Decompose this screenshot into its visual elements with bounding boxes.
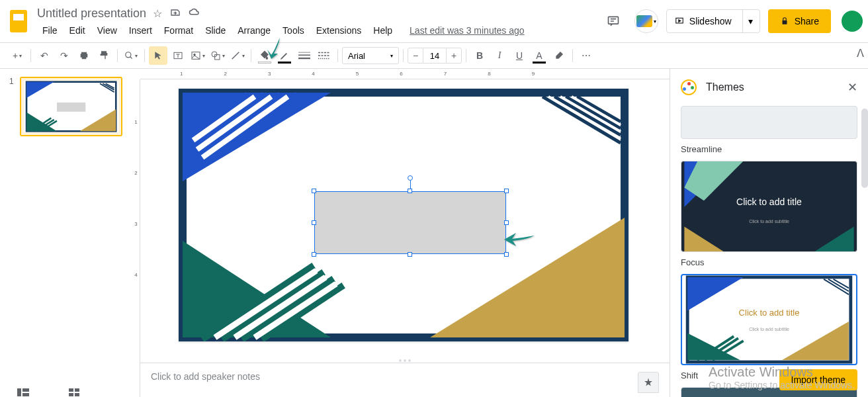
font-size-decrease[interactable]: − (408, 48, 423, 64)
theme-preview-partial[interactable] (681, 106, 857, 139)
svg-rect-20 (17, 388, 21, 396)
svg-rect-0 (608, 17, 618, 24)
slideshow-button[interactable]: Slideshow ▾ (666, 9, 760, 33)
meet-button[interactable]: ▾ (634, 9, 658, 33)
italic-button[interactable]: I (490, 46, 509, 65)
svg-rect-26 (75, 393, 79, 396)
font-size-control: − + (408, 48, 462, 64)
doc-title[interactable]: Untitled presentation (37, 7, 146, 21)
new-slide-button[interactable]: + (8, 46, 26, 65)
svg-rect-2 (782, 21, 787, 24)
slideshow-dropdown[interactable]: ▾ (742, 10, 758, 32)
svg-rect-11 (298, 58, 310, 59)
line-tool[interactable] (228, 46, 247, 65)
speaker-notes[interactable]: Click to add speaker notes (140, 363, 670, 397)
menu-extensions[interactable]: Extensions (311, 24, 367, 37)
app-logo[interactable] (5, 8, 32, 34)
slide-thumb-1[interactable]: 1 (3, 74, 129, 139)
main-area: 1 1 (0, 69, 868, 397)
text-color-button[interactable]: A (530, 46, 548, 65)
menu-slide[interactable]: Slide (200, 24, 231, 37)
cloud-icon[interactable] (189, 7, 200, 20)
menu-insert[interactable]: Insert (124, 24, 157, 37)
toolbar: + ↶ ↷ Arial▾ − + B I U A ⋯ ᐱ (0, 42, 868, 69)
svg-rect-22 (22, 393, 29, 396)
font-name: Arial (348, 51, 365, 61)
theme-sub-text: Click to add subtitle (749, 327, 789, 331)
collapse-toolbar-button[interactable]: ᐱ (857, 47, 864, 60)
print-button[interactable] (75, 46, 93, 65)
handle-ml[interactable] (312, 220, 316, 225)
speaker-notes-placeholder: Click to add speaker notes (151, 371, 260, 382)
menu-file[interactable]: File (37, 24, 63, 37)
themes-panel: Themes ✕ Streamline Click to add title C… (670, 69, 868, 397)
highlight-button[interactable] (550, 46, 568, 65)
handle-tm[interactable] (408, 189, 412, 193)
font-family-select[interactable]: Arial▾ (342, 47, 399, 64)
grid-view-button[interactable] (69, 388, 79, 396)
underline-button[interactable]: U (510, 46, 529, 65)
account-avatar[interactable] (842, 11, 863, 32)
handle-tl[interactable] (312, 189, 316, 193)
image-tool[interactable] (189, 46, 207, 65)
menu-bar: File Edit View Insert Format Slide Arran… (37, 22, 600, 38)
menu-help[interactable]: Help (368, 24, 398, 37)
header: Untitled presentation ☆ File Edit View I… (0, 0, 868, 42)
font-size-input[interactable] (423, 48, 446, 64)
slide-panel: 1 (0, 69, 132, 397)
theme-sub-text: Click to add subtitle (749, 219, 789, 224)
themes-list[interactable]: Streamline Click to add title Click to a… (670, 106, 868, 397)
notes-resize-handle[interactable] (399, 359, 411, 362)
border-dash-button[interactable] (315, 46, 333, 65)
selected-shape[interactable] (314, 191, 506, 254)
shape-tool[interactable] (208, 46, 227, 65)
handle-mr[interactable] (504, 220, 509, 225)
svg-rect-14 (57, 103, 85, 112)
font-size-increase[interactable]: + (446, 48, 462, 64)
menu-format[interactable]: Format (159, 24, 198, 37)
paint-format-button[interactable] (95, 46, 113, 65)
rotate-handle[interactable] (408, 175, 413, 181)
themes-scrollbar[interactable] (861, 109, 868, 188)
filmstrip-view-button[interactable] (17, 388, 29, 396)
fill-color-button[interactable] (255, 46, 274, 65)
theme-label-streamline: Streamline (681, 144, 857, 154)
comments-icon[interactable] (600, 8, 627, 34)
select-tool[interactable] (149, 46, 167, 65)
theme-card-shift[interactable]: Click to add title Click to add subtitle (681, 274, 857, 365)
theme-card-streamline[interactable]: Click to add title Click to add subtitle (681, 161, 857, 252)
svg-rect-23 (69, 388, 73, 392)
svg-rect-8 (215, 55, 220, 60)
move-icon[interactable] (170, 7, 181, 20)
slide-number: 1 (9, 77, 16, 136)
menu-edit[interactable]: Edit (64, 24, 91, 37)
last-edit-link[interactable]: Last edit was 3 minutes ago (410, 25, 525, 36)
canvas-area: 123456789 1234 (132, 69, 670, 397)
zoom-button[interactable] (122, 46, 140, 65)
themes-close-button[interactable]: ✕ (847, 80, 857, 95)
menu-view[interactable]: View (92, 24, 122, 37)
redo-button[interactable]: ↷ (55, 46, 73, 65)
border-weight-button[interactable] (295, 46, 314, 65)
slide-canvas[interactable] (179, 89, 629, 341)
explore-button[interactable] (638, 372, 659, 393)
handle-bm[interactable] (408, 252, 412, 257)
theme-title-text: Click to add title (739, 308, 800, 318)
star-icon[interactable]: ☆ (153, 7, 162, 20)
ruler-vertical: 1234 (132, 79, 140, 397)
theme-title-text: Click to add title (736, 197, 802, 207)
undo-button[interactable]: ↶ (35, 46, 54, 65)
more-tools-button[interactable]: ⋯ (577, 46, 595, 65)
bold-button[interactable]: B (470, 46, 489, 65)
menu-arrange[interactable]: Arrange (232, 24, 276, 37)
share-button[interactable]: Share (768, 9, 831, 33)
handle-tr[interactable] (504, 189, 509, 193)
handle-br[interactable] (504, 252, 509, 257)
windows-watermark: Activate Windows Go to Settings to activ… (709, 365, 855, 390)
themes-title: Themes (706, 81, 838, 93)
menu-tools[interactable]: Tools (277, 24, 310, 37)
border-color-button[interactable] (275, 46, 294, 65)
svg-point-7 (212, 52, 217, 57)
textbox-tool[interactable] (169, 46, 187, 65)
handle-bl[interactable] (312, 252, 316, 257)
